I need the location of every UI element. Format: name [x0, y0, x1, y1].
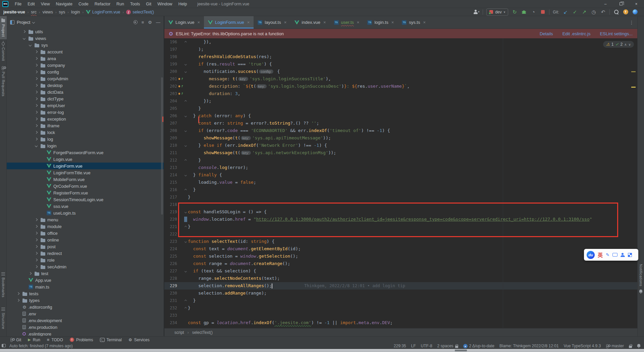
code-line-226[interactable]: 226 const range = document.createRange()…	[164, 260, 637, 267]
tab-loginform-vue[interactable]: LoginForm.vue×	[204, 16, 254, 29]
chevron-right-icon[interactable]	[35, 104, 38, 107]
code-line-207[interactable]: 207 const err: string = error?.toString?…	[164, 120, 637, 127]
debug-button[interactable]	[521, 9, 527, 15]
chevron-right-icon[interactable]	[35, 50, 38, 53]
code-line-223[interactable]: 223function selectText(id: string) {	[164, 238, 637, 245]
code-line-232[interactable]: 232}	[164, 304, 637, 312]
close-icon[interactable]: ×	[391, 20, 394, 25]
fold-marker[interactable]	[183, 307, 188, 309]
tree-item-eslintignore[interactable]: .eslintignore	[7, 331, 164, 336]
code-line-204[interactable]: 204 });	[164, 97, 637, 105]
menu-window[interactable]: Window	[154, 0, 175, 8]
ide-update-icon[interactable]: ↑	[623, 9, 629, 15]
close-icon[interactable]: ×	[284, 20, 287, 25]
tool-window-button-services[interactable]: Services	[128, 338, 150, 342]
tree-item-online[interactable]: online	[7, 236, 164, 243]
ime-language-toggle[interactable]: 英	[598, 251, 603, 258]
sidebar-item-notifications[interactable]: Notifications	[638, 262, 644, 296]
fold-open-icon[interactable]	[184, 270, 186, 272]
chevron-right-icon[interactable]	[29, 272, 32, 275]
tree-item-sessiontimeoutlogin-vue[interactable]: SessionTimeoutLogin.vue	[7, 196, 164, 203]
code-line-210[interactable]: 210 } else if (err.indexOf('Network Erro…	[164, 142, 637, 149]
code-line-224[interactable]: 224 const text = document.getElementById…	[164, 245, 637, 253]
chevron-right-icon[interactable]	[35, 225, 38, 228]
tree-item-log[interactable]: log	[7, 136, 164, 142]
project-scrollbar[interactable]	[161, 77, 163, 215]
tree-item-empuser[interactable]: empUser	[7, 102, 164, 109]
banner-action-edit-eslintrc-js[interactable]: Edit .eslintrc.js	[562, 31, 591, 36]
banner-action-eslint-settings[interactable]: ESLint settings...	[600, 31, 633, 36]
tree-item-app-vue[interactable]: App.vue	[7, 277, 164, 283]
code-line-229[interactable]: 229 selection.removeAllRanges();Thinkgem…	[164, 282, 637, 290]
collapse-all-icon[interactable]: ≡	[142, 20, 144, 25]
tab-user-ts[interactable]: user.ts×	[330, 16, 364, 29]
fold-marker[interactable]	[183, 130, 188, 132]
tree-item-env-development[interactable]: .env.development	[7, 317, 164, 324]
chevron-right-icon[interactable]	[35, 97, 38, 100]
breadcrumb-jeesite-vue[interactable]: jeesite-vue	[3, 10, 25, 14]
code-editor[interactable]: 196 }),197 );198 refreshValidCodeStatus(…	[164, 38, 637, 328]
chevron-down-icon[interactable]	[32, 21, 35, 24]
webstorm-logo-icon[interactable]: WS	[2, 1, 8, 7]
fold-open-icon[interactable]	[184, 70, 186, 73]
next-issue-icon[interactable]: ∨	[629, 43, 631, 46]
chevron-right-icon[interactable]	[35, 91, 38, 93]
tree-item-error-log[interactable]: error-log	[7, 109, 164, 116]
fold-marker[interactable]	[183, 189, 188, 191]
chevron-right-icon[interactable]	[23, 30, 25, 33]
tree-item-corpadmin[interactable]: corpAdmin	[7, 75, 164, 82]
breadcrumb-selecttext[interactable]: selectText()	[126, 10, 154, 14]
chevron-right-icon[interactable]	[35, 265, 38, 268]
breadcrumb-views[interactable]: views	[43, 10, 53, 14]
chevron-right-icon[interactable]	[35, 238, 38, 241]
chevron-right-icon[interactable]	[35, 232, 38, 234]
code-line-206[interactable]: 206 } catch (error: any) {	[164, 112, 637, 120]
fold-marker[interactable]	[183, 145, 188, 146]
chevron-right-icon[interactable]	[35, 84, 38, 87]
tab-login-vue[interactable]: Login.vue×	[164, 16, 204, 29]
tree-item-env[interactable]: .env	[7, 310, 164, 317]
tree-item-types[interactable]: types	[7, 297, 164, 304]
fold-marker[interactable]	[183, 41, 188, 43]
status-vcs-changes[interactable]: 2 Δ/up-to-date	[463, 344, 494, 348]
tool-window-button-todo[interactable]: TODO	[47, 337, 63, 342]
chevron-right-icon[interactable]	[17, 299, 19, 302]
fold-marker[interactable]	[183, 71, 188, 73]
tree-item-login-vue[interactable]: Login.vue	[7, 156, 164, 163]
user-avatar-icon[interactable]: ▾	[473, 9, 479, 15]
tree-item-role[interactable]: role	[7, 257, 164, 263]
code-line-200[interactable]: 200 notification.success(config: {	[164, 68, 637, 75]
tool-window-button-problems[interactable]: Problems	[70, 338, 93, 342]
tool-window-button-terminal[interactable]: Terminal	[100, 338, 122, 342]
breadcrumb-login[interactable]: login	[71, 10, 80, 14]
status-blame[interactable]: Blame: Thinkgem 2022/2/8 12:01	[499, 344, 559, 348]
git-push-button[interactable]: ↗	[581, 9, 587, 15]
code-line-208[interactable]: 208 if (error?.code === 'ECONNABORTED' &…	[164, 127, 637, 134]
chevron-down-icon[interactable]	[35, 144, 38, 147]
status-notifications[interactable]	[637, 344, 641, 348]
code-line-215[interactable]: 215 loading.value = false;	[164, 179, 637, 186]
menu-view[interactable]: View	[38, 0, 53, 8]
inspection-widget[interactable]: 1 2 ∧ ∨	[603, 41, 634, 48]
settings-sync-icon[interactable]	[632, 9, 638, 15]
tree-item-exception[interactable]: exception	[7, 116, 164, 122]
tab-login-ts[interactable]: login.ts×	[363, 16, 398, 29]
chevron-right-icon[interactable]	[35, 138, 38, 140]
maximize-button[interactable]	[613, 0, 629, 8]
prev-issue-icon[interactable]: ∧	[624, 43, 627, 46]
fold-marker[interactable]	[183, 300, 188, 302]
tree-item-sys[interactable]: sys	[7, 42, 164, 48]
fold-open-icon[interactable]	[184, 174, 186, 176]
code-line-203[interactable]: 203↑ duration: 3,	[164, 90, 637, 97]
baidu-ime-logo[interactable]: du	[587, 251, 595, 259]
tree-item-secadmin[interactable]: secAdmin	[7, 263, 164, 270]
tree-item-uselogin-ts[interactable]: useLogin.ts	[7, 210, 164, 216]
chevron-down-icon[interactable]	[23, 37, 25, 40]
chevron-right-icon[interactable]	[35, 252, 38, 255]
tree-item-sso-vue[interactable]: sso.vue	[7, 203, 164, 210]
code-line-231[interactable]: 231 }	[164, 297, 637, 304]
code-line-212[interactable]: 212 }	[164, 157, 637, 164]
code-line-213[interactable]: 213 console.log(error);	[164, 164, 637, 171]
menu-file[interactable]: File	[12, 0, 24, 8]
fold-close-icon[interactable]	[184, 159, 186, 161]
